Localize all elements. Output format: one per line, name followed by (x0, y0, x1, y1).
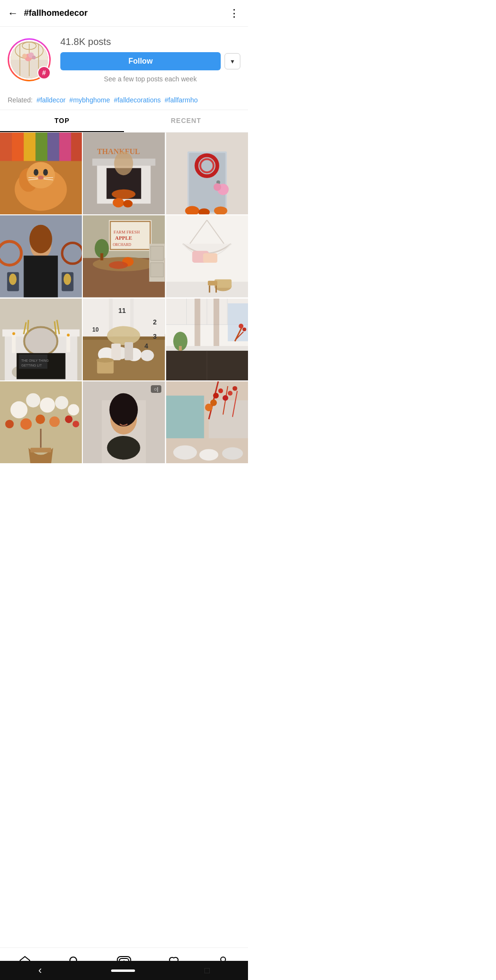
svg-point-93 (12, 332, 15, 335)
svg-text:FARM FRESH: FARM FRESH (114, 230, 140, 234)
svg-point-10 (32, 56, 36, 59)
svg-rect-53 (24, 256, 58, 298)
svg-rect-17 (59, 133, 71, 161)
grid-item-pumpkins[interactable]: 11 2 10 3 4 (83, 299, 165, 380)
svg-point-173 (213, 393, 219, 399)
avatar-container: # (8, 38, 51, 81)
svg-point-144 (238, 323, 243, 328)
grid-item-floral[interactable] (0, 381, 82, 463)
svg-point-59 (9, 274, 17, 285)
svg-point-23 (43, 169, 48, 176)
profile-section: # 41.8K posts Follow ▾ See a few top pos… (0, 27, 248, 90)
svg-rect-168 (166, 396, 204, 438)
related-label: Related: (8, 96, 33, 104)
svg-text:4: 4 (145, 342, 148, 350)
svg-rect-13 (12, 133, 24, 161)
header: ← #fallhomedecor ⋮ (0, 0, 248, 27)
related-tag-1[interactable]: #mybhghome (69, 96, 110, 104)
svg-point-35 (114, 152, 134, 176)
svg-rect-94 (67, 335, 70, 352)
svg-point-149 (26, 393, 40, 408)
dropdown-button[interactable]: ▾ (225, 53, 240, 69)
svg-rect-92 (12, 334, 16, 353)
svg-text:THE ONLY THING: THE ONLY THING (22, 358, 49, 362)
svg-point-155 (49, 416, 60, 427)
svg-point-37 (124, 200, 133, 208)
profile-info: 41.8K posts Follow ▾ See a few top posts… (60, 36, 240, 83)
svg-point-179 (210, 400, 217, 406)
svg-point-165 (110, 393, 138, 426)
svg-rect-75 (151, 263, 164, 277)
count-value: 41.8K (60, 36, 85, 47)
count-label: posts (88, 36, 111, 47)
grid-item-red-flowers[interactable] (166, 381, 248, 463)
svg-rect-78 (166, 282, 248, 298)
svg-point-118 (107, 326, 140, 345)
svg-text:APPLE: APPLE (115, 235, 133, 241)
grid-item-portrait[interactable]: ○| (83, 381, 165, 463)
svg-rect-160 (30, 448, 51, 453)
svg-point-176 (227, 391, 232, 396)
svg-text:10: 10 (92, 326, 99, 333)
svg-rect-82 (203, 254, 217, 263)
svg-point-36 (113, 198, 124, 208)
follow-button[interactable]: Follow (60, 52, 221, 70)
grid-item-apple[interactable]: FARM FRESH APPLE ORCHARD (83, 215, 165, 297)
svg-point-154 (35, 414, 45, 424)
svg-text:GETTING LIT: GETTING LIT (22, 363, 42, 367)
svg-point-70 (109, 261, 128, 269)
page-title: #fallhomedecor (24, 8, 229, 18)
posts-count: 41.8K posts (60, 36, 240, 47)
grid-item-hammock[interactable] (166, 215, 248, 297)
svg-point-166 (107, 436, 140, 460)
hashtag-badge: # (37, 66, 51, 79)
back-button[interactable]: ← (8, 7, 18, 20)
svg-rect-124 (124, 342, 133, 360)
svg-point-9 (22, 54, 27, 58)
more-button[interactable]: ⋮ (229, 7, 240, 20)
svg-rect-141 (179, 346, 181, 351)
grid-item-wreath[interactable] (0, 215, 82, 297)
svg-text:3: 3 (153, 333, 157, 340)
follow-subtitle: See a few top posts each week (60, 75, 240, 83)
svg-point-175 (223, 395, 228, 401)
svg-point-151 (55, 396, 68, 410)
svg-rect-86 (209, 286, 210, 293)
svg-point-145 (242, 327, 246, 331)
related-tag-0[interactable]: #falldecor (36, 96, 66, 104)
svg-point-54 (29, 225, 52, 253)
grid-item-fireplace[interactable]: THANKFUL (83, 133, 165, 214)
follow-row: Follow ▾ (60, 52, 240, 70)
svg-point-122 (141, 350, 154, 361)
svg-point-148 (11, 401, 28, 419)
svg-point-174 (218, 389, 223, 393)
svg-point-180 (173, 445, 197, 460)
grid-item-door[interactable] (166, 133, 248, 214)
svg-point-157 (65, 415, 73, 423)
grid-item-cat[interactable] (0, 133, 82, 214)
svg-rect-15 (35, 133, 47, 161)
svg-point-150 (40, 398, 55, 413)
svg-point-21 (26, 162, 55, 188)
svg-rect-138 (214, 299, 219, 346)
svg-text:11: 11 (119, 306, 126, 314)
image-grid: THANKFUL (0, 133, 248, 463)
svg-line-97 (27, 320, 28, 334)
svg-rect-72 (101, 254, 103, 261)
svg-point-156 (5, 420, 14, 428)
related-section: Related: #falldecor #mybhghome #falldeco… (0, 90, 248, 110)
grid-item-mantel[interactable]: THE ONLY THING GETTING LIT (0, 299, 82, 380)
tab-top[interactable]: TOP (0, 110, 124, 132)
svg-rect-18 (71, 133, 82, 161)
svg-rect-87 (215, 286, 217, 293)
svg-point-158 (73, 421, 79, 427)
tab-recent[interactable]: RECENT (124, 110, 248, 132)
svg-rect-137 (194, 299, 200, 346)
svg-rect-169 (209, 401, 248, 438)
grid-item-kitchen[interactable] (166, 299, 248, 380)
related-tag-2[interactable]: #falldecorations (114, 96, 161, 104)
svg-point-152 (68, 404, 79, 416)
related-tag-3[interactable]: #fallfarmho (165, 96, 198, 104)
svg-point-95 (67, 334, 70, 336)
svg-point-177 (232, 386, 237, 391)
